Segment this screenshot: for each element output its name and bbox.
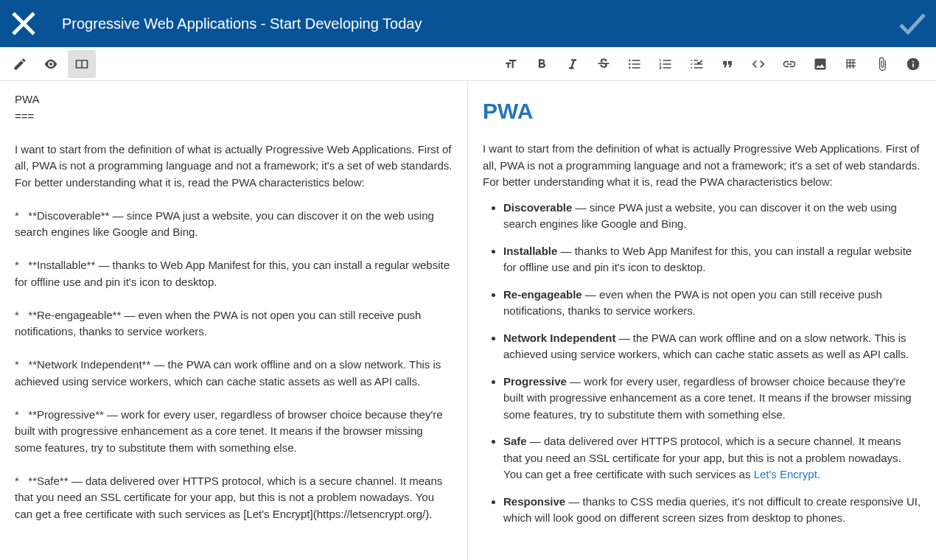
attachment-button[interactable]	[868, 50, 896, 78]
editor-content: PWA === I want to start from the definit…	[0, 81, 936, 560]
preview-heading: PWA	[483, 94, 921, 127]
preview-mode-button[interactable]	[37, 50, 65, 78]
checklist-button[interactable]	[682, 50, 710, 78]
close-icon[interactable]	[6, 6, 41, 41]
list-item: Re-engageable — even when the PWA is not…	[503, 287, 921, 320]
list-item: Responsive — thanks to CSS media queries…	[503, 494, 921, 527]
markdown-source-pane[interactable]: PWA === I want to start from the definit…	[0, 81, 468, 560]
preview-intro: I want to start from the definition of w…	[483, 141, 921, 191]
table-button[interactable]	[837, 50, 865, 78]
editor-toolbar	[0, 47, 936, 81]
numbered-list-button[interactable]	[652, 50, 680, 78]
quote-button[interactable]	[713, 50, 741, 78]
split-mode-button[interactable]	[68, 50, 96, 78]
page-title: Progressive Web Applications - Start Dev…	[62, 15, 895, 32]
italic-button[interactable]	[559, 50, 587, 78]
info-button[interactable]	[899, 50, 927, 78]
list-item: Safe — data delivered over HTTPS protoco…	[503, 433, 921, 483]
text-size-button[interactable]	[497, 50, 525, 78]
preview-list: Discoverable — since PWA just a website,…	[483, 200, 921, 527]
list-item: Progressive — work for every user, regar…	[503, 374, 921, 424]
list-item: Network Independent — the PWA can work o…	[503, 330, 921, 363]
link[interactable]: Let's Encrypt	[754, 468, 817, 480]
markdown-preview-pane: PWA I want to start from the definition …	[468, 81, 936, 560]
strikethrough-button[interactable]	[590, 50, 618, 78]
list-item: Installable — thanks to Web App Manifest…	[503, 243, 921, 276]
link-button[interactable]	[775, 50, 803, 78]
bold-button[interactable]	[528, 50, 556, 78]
bullet-list-button[interactable]	[621, 50, 649, 78]
top-bar: Progressive Web Applications - Start Dev…	[0, 0, 936, 47]
edit-mode-button[interactable]	[6, 50, 34, 78]
list-item: Discoverable — since PWA just a website,…	[503, 200, 921, 233]
save-check-icon[interactable]	[895, 6, 930, 41]
image-button[interactable]	[806, 50, 834, 78]
code-button[interactable]	[744, 50, 772, 78]
